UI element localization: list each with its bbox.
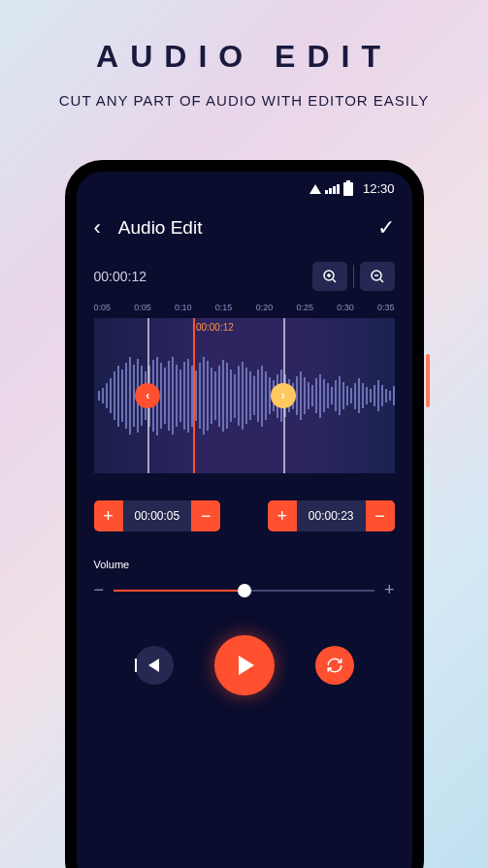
tick: 0:20 — [256, 303, 274, 312]
tick: 0:05 — [94, 303, 112, 312]
svg-line-5 — [380, 279, 383, 282]
zoom-in-button[interactable] — [312, 262, 347, 291]
volume-row: − + — [94, 580, 395, 600]
end-minus-button[interactable]: − — [366, 500, 395, 531]
volume-section: Volume − + — [77, 531, 412, 600]
zoom-out-icon — [370, 269, 385, 284]
svg-line-1 — [333, 279, 336, 282]
tick: 0:05 — [134, 303, 151, 312]
previous-icon — [148, 659, 159, 672]
screen: 12:30 ‹ Audio Edit ✓ 00:00:12 0:05 0:05 … — [77, 172, 412, 868]
end-time-value: 00:00:23 — [297, 500, 366, 531]
zoom-controls — [312, 262, 395, 291]
playhead[interactable] — [193, 318, 195, 473]
promo-title: AUDIO EDIT — [0, 39, 488, 75]
battery-icon — [343, 182, 353, 196]
zoom-in-icon — [322, 269, 338, 284]
status-time: 12:30 — [363, 181, 395, 196]
side-button-2 — [426, 466, 430, 558]
previous-button[interactable] — [135, 646, 174, 685]
volume-slider[interactable] — [114, 590, 374, 592]
start-plus-button[interactable]: + — [94, 500, 123, 531]
status-bar: 12:30 — [77, 172, 412, 202]
range-controls: + 00:00:05 − + 00:00:23 − — [77, 473, 412, 531]
signal-icon — [325, 184, 340, 194]
volume-label: Volume — [94, 559, 395, 570]
playback-controls — [77, 600, 412, 730]
network-icon — [309, 184, 321, 194]
volume-plus-button[interactable]: + — [384, 580, 395, 600]
tick: 0:10 — [175, 303, 192, 312]
play-button[interactable] — [214, 635, 275, 695]
promo-subtitle: CUT ANY PART OF AUDIO WITH EDITOR EASILY — [0, 92, 488, 109]
back-button[interactable]: ‹ — [94, 215, 101, 241]
tick: 0:30 — [337, 303, 354, 312]
tick: 0:15 — [215, 303, 233, 312]
start-minus-button[interactable]: − — [191, 500, 220, 531]
time-row: 00:00:12 — [77, 254, 412, 303]
tick: 0:25 — [296, 303, 313, 312]
zoom-separator — [353, 265, 354, 288]
volume-minus-button[interactable]: − — [94, 580, 105, 600]
start-handle[interactable]: ‹ — [135, 383, 160, 408]
page-title: Audio Edit — [118, 217, 377, 239]
end-time-control: + 00:00:23 − — [268, 500, 395, 531]
current-time: 00:00:12 — [94, 269, 312, 284]
header: ‹ Audio Edit ✓ — [77, 202, 412, 254]
play-icon — [239, 656, 254, 675]
phone-mockup: 12:30 ‹ Audio Edit ✓ 00:00:12 0:05 0:05 … — [65, 160, 424, 868]
side-button-1 — [426, 354, 430, 407]
tick: 0:35 — [377, 303, 395, 312]
zoom-out-button[interactable] — [360, 262, 395, 291]
end-handle[interactable]: › — [271, 383, 296, 408]
start-time-value: 00:00:05 — [123, 500, 192, 531]
loop-button[interactable] — [315, 646, 354, 685]
volume-fill — [114, 590, 244, 592]
loop-icon — [326, 657, 343, 674]
confirm-button[interactable]: ✓ — [377, 215, 395, 241]
waveform[interactable]: 00:00:12 ‹ › — [94, 318, 395, 473]
end-plus-button[interactable]: + — [268, 500, 297, 531]
playhead-time: 00:00:12 — [196, 322, 234, 333]
volume-thumb[interactable] — [238, 584, 251, 597]
start-time-control: + 00:00:05 − — [94, 500, 221, 531]
timeline-ticks: 0:05 0:05 0:10 0:15 0:20 0:25 0:30 0:35 — [77, 303, 412, 318]
